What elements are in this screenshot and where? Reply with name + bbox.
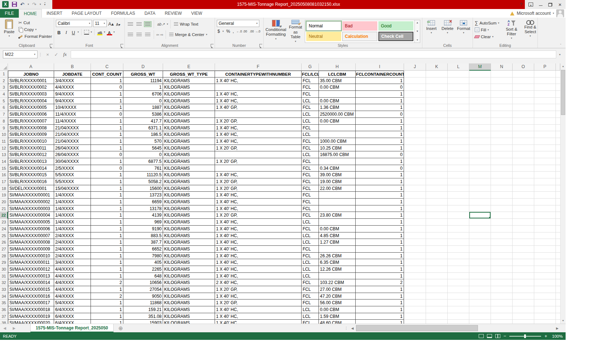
cell-L23[interactable] xyxy=(448,219,469,226)
cell-A22[interactable]: SI/MAA/XXXX/00004 xyxy=(8,212,54,219)
cell-P14[interactable] xyxy=(534,158,556,165)
cell-L3[interactable] xyxy=(448,84,469,91)
cell-G35[interactable]: FCL xyxy=(302,299,319,306)
cell-P20[interactable] xyxy=(534,199,556,205)
cell-C7[interactable]: 0 xyxy=(91,111,123,118)
cell-L15[interactable] xyxy=(448,165,469,172)
cell-F28[interactable]: 1 X 40' HC, xyxy=(215,253,302,259)
cell-F1[interactable]: CONTAINERTYPEWITHNUMBER xyxy=(215,71,302,77)
cell-K8[interactable] xyxy=(426,118,448,125)
cell-N2[interactable] xyxy=(491,77,513,84)
paste-dropdown-icon[interactable]: ▾ xyxy=(9,35,10,37)
cell-G31[interactable]: LCL xyxy=(302,273,319,280)
cell-J33[interactable] xyxy=(404,286,426,293)
cell-P7[interactable] xyxy=(534,111,556,118)
row-header-28[interactable]: 28 xyxy=(0,253,8,259)
row-header-15[interactable]: 15 xyxy=(0,165,8,172)
cell-C27[interactable]: 1 xyxy=(91,246,123,253)
cell-N35[interactable] xyxy=(491,299,513,306)
cell-style-good[interactable]: Good xyxy=(378,21,413,31)
cell-G29[interactable]: LCL xyxy=(302,259,319,266)
cell-J32[interactable] xyxy=(404,279,426,286)
cell-J37[interactable] xyxy=(404,313,426,320)
cell-O8[interactable] xyxy=(513,118,534,125)
clipboard-dialog-launcher-icon[interactable] xyxy=(50,44,53,47)
cell-G5[interactable]: LCL xyxy=(302,98,319,105)
cell-A4[interactable]: SI/BLR/XXXX/0003 xyxy=(8,91,54,98)
grow-font-button[interactable]: A▴ xyxy=(108,20,114,27)
cell-L20[interactable] xyxy=(448,199,469,205)
cell-K17[interactable] xyxy=(426,178,448,185)
increase-decimal-icon[interactable]: ←.0 .00 xyxy=(236,30,247,33)
cell-I3[interactable]: 0 xyxy=(356,84,404,91)
cell-C9[interactable]: 1 xyxy=(91,125,123,132)
cell-B9[interactable]: 21/04/XXXX xyxy=(54,125,91,132)
cell-H1[interactable]: LCLCBM xyxy=(319,71,356,77)
cell-A34[interactable]: SI/MAA/XXXX/00016 xyxy=(8,293,54,300)
cell-L29[interactable] xyxy=(448,259,469,266)
cell-B21[interactable]: 1/4/XXXX xyxy=(54,205,91,212)
row-header-34[interactable]: 34 xyxy=(0,293,8,300)
cell-J38[interactable] xyxy=(404,320,426,324)
column-header-E[interactable]: E xyxy=(163,63,215,71)
cell-G27[interactable]: FCL xyxy=(302,246,319,253)
cell-L35[interactable] xyxy=(448,299,469,306)
cell-E19[interactable]: KILOGRAMS xyxy=(163,192,215,199)
cell-H20[interactable] xyxy=(319,199,356,205)
orientation-dropdown-icon[interactable]: ▾ xyxy=(167,23,168,26)
cell-O4[interactable] xyxy=(513,91,534,98)
cell-N30[interactable] xyxy=(491,266,513,273)
cell-F5[interactable]: 1 X 40' HC, xyxy=(215,98,302,105)
cell-H14[interactable] xyxy=(319,158,356,165)
cell-J28[interactable] xyxy=(404,253,426,259)
cell-C21[interactable]: 1 xyxy=(91,205,123,212)
cell-E1[interactable]: GROSS_WT_TYPE xyxy=(163,71,215,77)
cell-I14[interactable]: 1 xyxy=(356,158,404,165)
zoom-slider-thumb[interactable] xyxy=(524,334,526,338)
cell-D10[interactable]: 186.5 xyxy=(123,131,163,138)
cell-P6[interactable] xyxy=(534,104,556,111)
cell-M17[interactable] xyxy=(469,178,491,185)
cell-K2[interactable] xyxy=(426,77,448,84)
cell-K7[interactable] xyxy=(426,111,448,118)
cell-M33[interactable] xyxy=(469,286,491,293)
cell-I15[interactable]: 0 xyxy=(356,165,404,172)
cell-M6[interactable] xyxy=(469,104,491,111)
cell-A35[interactable]: SI/MAA/XXXX/00017 xyxy=(8,299,54,306)
cell-L1[interactable] xyxy=(448,71,469,77)
cell-J36[interactable] xyxy=(404,306,426,313)
comma-style-button[interactable]: , xyxy=(233,29,234,34)
cell-M25[interactable] xyxy=(469,232,491,239)
font-dialog-launcher-icon[interactable] xyxy=(120,44,123,47)
cell-B7[interactable]: 11/4/XXXX xyxy=(54,111,91,118)
cell-F19[interactable]: 1 X 40' HC, xyxy=(215,192,302,199)
cell-L18[interactable] xyxy=(448,185,469,192)
redo-icon[interactable]: ↷ xyxy=(32,2,36,7)
cell-C15[interactable]: 0 xyxy=(91,165,123,172)
cell-D8[interactable]: 417.7 xyxy=(123,118,163,125)
row-header-32[interactable]: 32 xyxy=(0,279,8,286)
cell-M26[interactable] xyxy=(469,239,491,246)
clear-button[interactable]: Clear▾ xyxy=(475,34,499,39)
cell-D18[interactable]: 15600 xyxy=(123,185,163,192)
cell-F6[interactable]: 1 X 40' GP, xyxy=(215,104,302,111)
cell-N25[interactable] xyxy=(491,232,513,239)
cell-I27[interactable]: 1 xyxy=(356,246,404,253)
cell-I32[interactable]: 2 xyxy=(356,279,404,286)
cell-C32[interactable]: 2 xyxy=(91,279,123,286)
cell-F37[interactable]: 1 X 40' HC, xyxy=(215,313,302,320)
cell-K20[interactable] xyxy=(426,199,448,205)
cell-E21[interactable]: KILOGRAMS xyxy=(163,205,215,212)
row-header-1[interactable]: 1 xyxy=(0,71,8,77)
merge-center-button[interactable]: Merge & Center ▾ xyxy=(168,30,208,39)
cell-J18[interactable] xyxy=(404,185,426,192)
cell-L27[interactable] xyxy=(448,246,469,253)
cell-F23[interactable]: 1 X 40' HC, xyxy=(215,219,302,226)
cell-N1[interactable] xyxy=(491,71,513,77)
cell-D9[interactable]: 6371.1 xyxy=(123,125,163,132)
format-painter-button[interactable]: Format Painter xyxy=(18,34,52,39)
cell-K31[interactable] xyxy=(426,273,448,280)
cell-D16[interactable]: 11120.5 xyxy=(123,172,163,178)
cell-L7[interactable] xyxy=(448,111,469,118)
cell-E23[interactable]: KILOGRAMS xyxy=(163,219,215,226)
